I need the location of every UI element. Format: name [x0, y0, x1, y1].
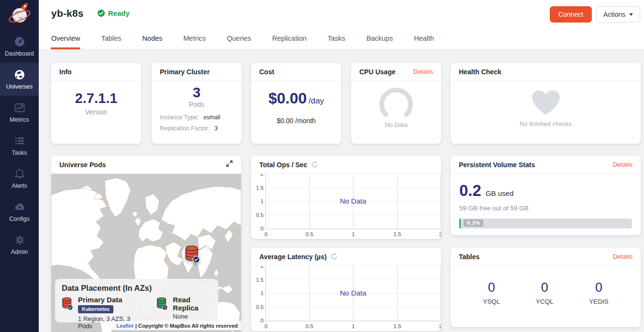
primary-cluster-card: Primary Cluster 3 Pods Instance Type: xs… — [152, 63, 242, 144]
svg-text:0.5: 0.5 — [256, 212, 264, 218]
topbar: yb-k8s Ready Overview Tables Nodes — [39, 0, 644, 50]
heart-icon — [529, 88, 563, 117]
card-title: Primary Cluster — [160, 68, 210, 76]
version-label: Version — [51, 108, 141, 116]
svg-text:0: 0 — [261, 318, 264, 323]
refresh-icon[interactable] — [311, 161, 318, 168]
cpu-usage-card: CPU Usage Details No Data — [351, 63, 441, 144]
replication-factor-value: 3 — [214, 125, 218, 132]
svg-text:0.5: 0.5 — [306, 231, 313, 237]
volume-details-link[interactable]: Details — [613, 161, 633, 168]
cpu-details-link[interactable]: Details — [413, 68, 433, 75]
cost-daily-unit: /day — [309, 96, 324, 105]
tab-backups[interactable]: Backups — [366, 34, 393, 49]
status-text: Ready — [108, 9, 130, 17]
tab-overview[interactable]: Overview — [51, 34, 80, 49]
primary-data-label: Primary Data — [78, 296, 136, 304]
tab-metrics[interactable]: Metrics — [183, 34, 206, 49]
svg-text:0.5: 0.5 — [256, 304, 264, 310]
metrics-icon — [13, 102, 26, 114]
actions-button[interactable]: Actions — [596, 6, 640, 23]
volume-usage-bar: 0.3% — [459, 218, 632, 229]
svg-text:2: 2 — [261, 266, 264, 269]
primary-data-marker[interactable] — [185, 245, 200, 266]
sidebar-item-label: Alerts — [12, 183, 27, 189]
cost-daily-amount: $0.00 — [268, 90, 307, 107]
ysql-label: YSQL — [483, 298, 500, 305]
caret-down-icon — [629, 13, 633, 16]
tab-label: Backups — [366, 34, 393, 42]
card-title: Total Ops / Sec — [259, 161, 307, 169]
tab-tables[interactable]: Tables — [101, 34, 121, 49]
svg-text:1: 1 — [352, 231, 355, 237]
svg-text:1: 1 — [261, 198, 264, 204]
cost-monthly: $0.00 /month — [251, 117, 341, 125]
tab-nodes[interactable]: Nodes — [142, 34, 162, 49]
svg-text:1: 1 — [352, 323, 355, 329]
tab-tasks[interactable]: Tasks — [328, 34, 345, 49]
tables-card: Tables Details 0 YSQL 0 YCQL 0 YEDIS — [451, 248, 641, 327]
average-latency-chart: 0 0.5 1 1.5 2 0 0.5 1 1.5 2 No Data — [251, 266, 441, 331]
sidebar-item-label: Dashboard — [5, 50, 34, 57]
svg-text:1.5: 1.5 — [393, 323, 401, 329]
no-data-text: No Data — [340, 197, 366, 205]
read-replica-label: Read Replica — [173, 296, 211, 312]
refresh-icon[interactable] — [331, 253, 338, 260]
sidebar-item-metrics[interactable]: Metrics — [0, 96, 39, 129]
yugabyte-platform-app: Dashboard Universes Metri — [0, 0, 644, 332]
ycql-label: YCQL — [536, 298, 554, 305]
yugabyte-logo[interactable] — [0, 0, 39, 30]
sidebar-item-dashboard[interactable]: Dashboard — [0, 30, 39, 63]
leaflet-link[interactable]: Leaflet — [116, 323, 133, 329]
header-buttons: Connect Actions — [550, 6, 640, 23]
sidebar-item-label: Configs — [9, 216, 29, 222]
tab-health[interactable]: Health — [414, 34, 434, 49]
tab-label: Tasks — [328, 34, 345, 42]
gb-used-value: 0.2 — [459, 182, 481, 200]
sidebar-item-label: Admin — [11, 249, 28, 255]
card-title: Health Check — [459, 68, 501, 76]
sidebar-item-label: Tasks — [12, 149, 27, 156]
expand-icon[interactable] — [226, 160, 233, 169]
sidebar-item-tasks[interactable]: Tasks — [0, 129, 39, 162]
sidebar-item-alerts[interactable]: Alerts — [0, 162, 39, 195]
ysql-count-block: 0 YSQL — [483, 280, 500, 305]
tab-label: Queries — [227, 34, 251, 42]
svg-text:1.5: 1.5 — [393, 231, 401, 237]
version-value: 2.7.1.1 — [51, 91, 141, 106]
sidebar-item-configs[interactable]: Configs — [0, 195, 39, 228]
yugabyte-logo-icon — [7, 2, 32, 27]
no-data-text: No Data — [340, 289, 366, 297]
universe-title: yb-k8s — [51, 8, 84, 19]
instance-type-value: xsmall — [203, 114, 220, 121]
card-title: Tables — [459, 253, 479, 261]
alerts-icon — [13, 168, 26, 180]
health-empty-text: No finished checks — [451, 120, 641, 127]
tab-replication[interactable]: Replication — [272, 34, 307, 49]
tables-details-link[interactable]: Details — [613, 253, 633, 260]
tab-label: Metrics — [183, 34, 206, 42]
svg-text:2: 2 — [439, 231, 441, 237]
status-badge: Ready — [97, 9, 130, 17]
sidebar: Dashboard Universes Metri — [0, 0, 39, 332]
universe-icon — [13, 69, 26, 81]
svg-text:0.5: 0.5 — [306, 323, 313, 329]
sidebar-item-admin[interactable]: Admin — [0, 228, 39, 261]
replica-database-icon — [156, 296, 168, 312]
configs-icon — [13, 201, 26, 213]
primary-database-icon — [62, 296, 73, 312]
sidebar-item-label: Metrics — [10, 116, 29, 123]
instance-type-label: Instance Type: — [160, 114, 199, 121]
persistent-volume-card: Persistent Volume Stats Details 0.2 GB u… — [451, 156, 641, 235]
ysql-count: 0 — [483, 280, 500, 295]
sidebar-item-universes[interactable]: Universes — [0, 63, 39, 96]
connect-button[interactable]: Connect — [550, 6, 592, 23]
gb-used-label: GB used — [486, 189, 513, 197]
card-title: Universe Pods — [59, 161, 106, 169]
tab-queries[interactable]: Queries — [227, 34, 251, 49]
yedis-count-block: 0 YEDIS — [589, 280, 609, 305]
card-title: Persistent Volume Stats — [459, 161, 535, 169]
map-attribution: Leaflet | Copyright © MapBox All rights … — [113, 321, 241, 330]
world-map[interactable]: Data Placement (In AZs) — [51, 174, 241, 332]
ycql-count: 0 — [536, 280, 554, 295]
